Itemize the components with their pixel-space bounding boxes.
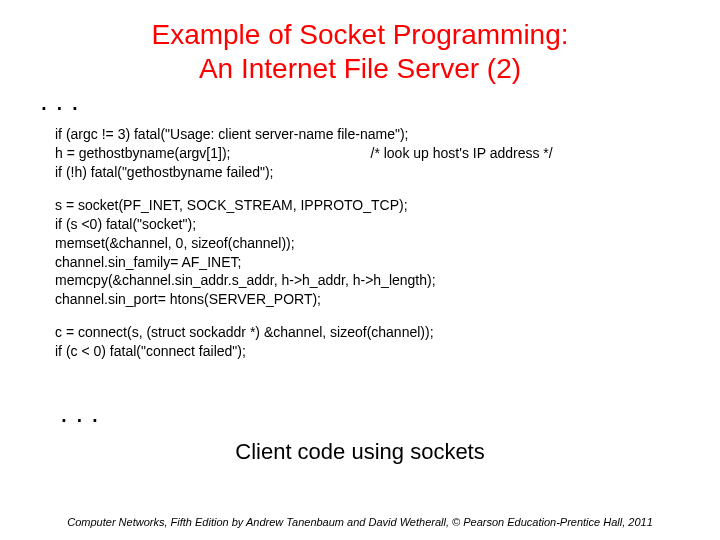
code-line: memset(&channel, 0, sizeof(channel)); <box>55 234 720 253</box>
title-line-2: An Internet File Server (2) <box>199 53 521 84</box>
code-line: if (s <0) fatal("socket"); <box>55 215 720 234</box>
code-spacer <box>55 309 720 323</box>
code-line: memcpy(&channel.sin_addr.s_addr, h->h_ad… <box>55 271 720 290</box>
slide-title: Example of Socket Programming: An Intern… <box>0 0 720 85</box>
code-line: s = socket(PF_INET, SOCK_STREAM, IPPROTO… <box>55 196 720 215</box>
code-statement: h = gethostbyname(argv[1]); <box>55 144 231 163</box>
code-spacer <box>55 182 720 196</box>
slide-caption: Client code using sockets <box>0 439 720 465</box>
slide-footer: Computer Networks, Fifth Edition by Andr… <box>0 516 720 528</box>
code-line: if (c < 0) fatal("connect failed"); <box>55 342 720 361</box>
code-line: if (!h) fatal("gethostbyname failed"); <box>55 163 720 182</box>
code-line: if (argc != 3) fatal("Usage: client serv… <box>55 125 720 144</box>
code-block: if (argc != 3) fatal("Usage: client serv… <box>0 115 720 361</box>
code-line: channel.sin_port= htons(SERVER_PORT); <box>55 290 720 309</box>
code-line: c = connect(s, (struct sockaddr *) &chan… <box>55 323 720 342</box>
code-line: channel.sin_family= AF_INET; <box>55 253 720 272</box>
ellipsis-top: . . . <box>0 87 720 115</box>
code-comment: /* look up host's IP address */ <box>231 144 553 163</box>
ellipsis-bottom: . . . <box>0 399 720 427</box>
title-line-1: Example of Socket Programming: <box>151 19 568 50</box>
code-line: h = gethostbyname(argv[1]); /* look up h… <box>55 144 720 163</box>
